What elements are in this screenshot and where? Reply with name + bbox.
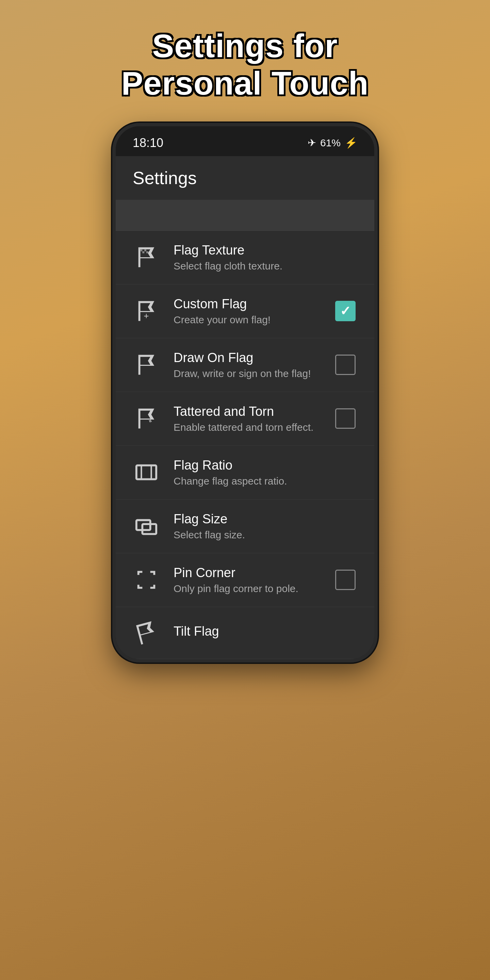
flag-size-title: Flag Size: [173, 512, 357, 527]
flag-texture-icon: [133, 243, 160, 271]
svg-rect-5: [137, 466, 156, 479]
status-bar: 18:10 ✈ 61% ⚡: [116, 126, 374, 156]
tattered-subtitle: Enable tattered and torn effect.: [173, 422, 320, 433]
tilt-flag-text: Tilt Flag: [173, 624, 357, 641]
tattered-control[interactable]: [334, 407, 357, 430]
draw-flag-control[interactable]: [334, 353, 357, 377]
settings-item-flag-size[interactable]: Flag Size Select flag size.: [116, 500, 374, 553]
pin-corner-text: Pin Corner Only pin flag corner to pole.: [173, 566, 320, 595]
draw-flag-icon: [133, 351, 160, 379]
custom-flag-control[interactable]: [334, 299, 357, 323]
section-spacer: [116, 200, 374, 231]
settings-item-pin-corner[interactable]: Pin Corner Only pin flag corner to pole.: [116, 553, 374, 607]
settings-item-tilt-flag[interactable]: Tilt Flag: [116, 607, 374, 659]
flag-ratio-icon: [133, 459, 160, 486]
app-bar: Settings: [116, 156, 374, 200]
page-title: Settings for Personal Touch: [121, 27, 369, 102]
svg-text:+: +: [143, 311, 149, 321]
flag-texture-text: Flag Texture Select flag cloth texture.: [173, 243, 357, 272]
flag-texture-subtitle: Select flag cloth texture.: [173, 260, 357, 272]
svg-rect-2: [142, 251, 144, 253]
settings-item-custom-flag[interactable]: + Custom Flag Create your own flag!: [116, 285, 374, 338]
pin-corner-subtitle: Only pin flag corner to pole.: [173, 583, 320, 595]
draw-flag-checkbox[interactable]: [335, 355, 356, 375]
flag-size-icon: [133, 512, 160, 540]
custom-flag-checkbox[interactable]: [335, 301, 356, 321]
pin-corner-icon: [133, 566, 160, 593]
tilt-flag-title: Tilt Flag: [173, 624, 357, 639]
custom-flag-text: Custom Flag Create your own flag!: [173, 297, 320, 326]
custom-flag-subtitle: Create your own flag!: [173, 314, 320, 326]
custom-flag-icon: +: [133, 298, 160, 325]
svg-rect-0: [140, 250, 143, 251]
flag-size-subtitle: Select flag size.: [173, 529, 357, 541]
custom-flag-title: Custom Flag: [173, 297, 320, 311]
draw-flag-title: Draw On Flag: [173, 350, 320, 365]
settings-item-flag-ratio[interactable]: Flag Ratio Change flag aspect ratio.: [116, 446, 374, 500]
tattered-checkbox[interactable]: [335, 408, 356, 429]
draw-flag-subtitle: Draw, write or sign on the flag!: [173, 368, 320, 379]
settings-item-tattered[interactable]: Tattered and Torn Enable tattered and to…: [116, 392, 374, 446]
status-icons: ✈ 61% ⚡: [308, 137, 357, 149]
settings-list: Flag Texture Select flag cloth texture. …: [116, 200, 374, 659]
flag-ratio-subtitle: Change flag aspect ratio.: [173, 476, 357, 487]
tilt-flag-icon: [133, 619, 160, 646]
app-bar-title: Settings: [133, 168, 357, 188]
pin-corner-checkbox[interactable]: [335, 570, 356, 590]
status-time: 18:10: [133, 136, 163, 150]
svg-rect-3: [146, 251, 148, 253]
flag-ratio-title: Flag Ratio: [173, 458, 357, 473]
tattered-flag-icon: [133, 405, 160, 432]
battery-percent: 61%: [320, 137, 340, 149]
airplane-icon: ✈: [308, 137, 316, 149]
flag-size-text: Flag Size Select flag size.: [173, 512, 357, 541]
flag-texture-title: Flag Texture: [173, 243, 357, 258]
tattered-text: Tattered and Torn Enable tattered and to…: [173, 404, 320, 433]
svg-rect-1: [144, 250, 146, 251]
pin-corner-title: Pin Corner: [173, 566, 320, 580]
settings-item-flag-texture[interactable]: Flag Texture Select flag cloth texture.: [116, 231, 374, 285]
pin-corner-control[interactable]: [334, 568, 357, 592]
tattered-title: Tattered and Torn: [173, 404, 320, 419]
flag-ratio-text: Flag Ratio Change flag aspect ratio.: [173, 458, 357, 487]
battery-icon: ⚡: [345, 137, 357, 149]
draw-flag-text: Draw On Flag Draw, write or sign on the …: [173, 350, 320, 379]
settings-item-draw-flag[interactable]: Draw On Flag Draw, write or sign on the …: [116, 338, 374, 392]
phone-wrapper: 18:10 ✈ 61% ⚡ Settings: [112, 123, 378, 940]
phone-frame: 18:10 ✈ 61% ⚡ Settings: [112, 123, 378, 662]
